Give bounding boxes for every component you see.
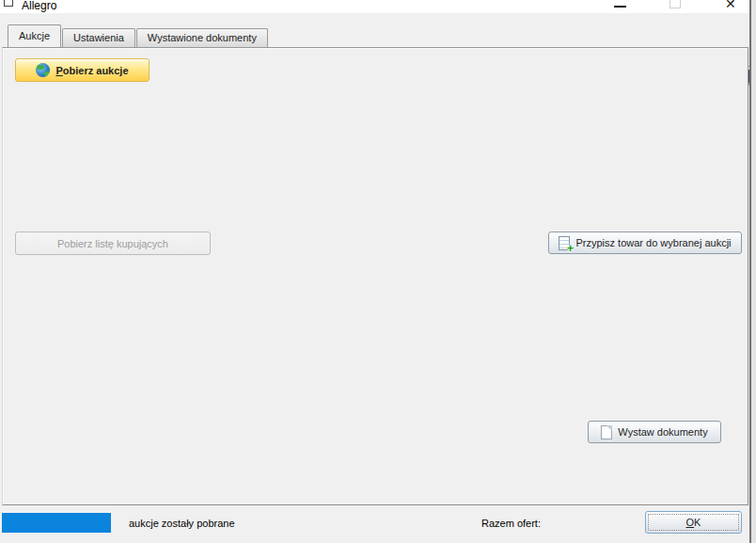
assign-product-button[interactable]: Przypisz towar do wybranej aukcji — [548, 232, 742, 254]
app-icon — [4, 0, 13, 7]
ok-label: OK — [686, 517, 701, 528]
tab-wystawione-dokumenty[interactable]: Wystawione dokumenty — [136, 28, 268, 47]
window-title: Allegro — [22, 0, 56, 12]
fetch-auctions-label: Pobierz aukcje — [55, 65, 128, 76]
tab-strip: Aukcje Ustawienia Wystawione dokumenty — [8, 25, 269, 47]
globe-icon — [36, 63, 50, 77]
maximize-icon — [669, 0, 681, 8]
title-bar: Allegro ✕ — [0, 0, 756, 13]
fetch-buyers-button: Pobierz listę kupujących — [15, 232, 211, 255]
issue-documents-label: Wystaw dokumenty — [618, 426, 707, 438]
tab-aukcje[interactable]: Aukcje — [8, 24, 61, 47]
document-plus-icon — [559, 236, 570, 250]
minimize-icon[interactable] — [614, 6, 626, 8]
progress-bar — [2, 513, 111, 533]
close-icon[interactable]: ✕ — [725, 0, 736, 11]
fetch-buyers-label: Pobierz listę kupujących — [57, 238, 168, 249]
total-offers-label: Razem ofert: — [481, 518, 541, 529]
assign-product-label: Przypisz towar do wybranej aukcji — [575, 237, 731, 248]
issue-documents-button[interactable]: Wystaw dokumenty — [588, 421, 721, 443]
window-right-margin — [751, 0, 756, 543]
status-message: aukcje zostały pobrane — [129, 518, 235, 529]
tab-ustawienia[interactable]: Ustawienia — [62, 28, 135, 47]
allegro-window: Allegro ✕ Aukcje Ustawienia Wystawione d… — [0, 0, 756, 543]
ok-button[interactable]: OK — [645, 511, 742, 534]
document-icon — [601, 425, 612, 439]
fetch-auctions-button[interactable]: Pobierz aukcje — [15, 58, 150, 82]
